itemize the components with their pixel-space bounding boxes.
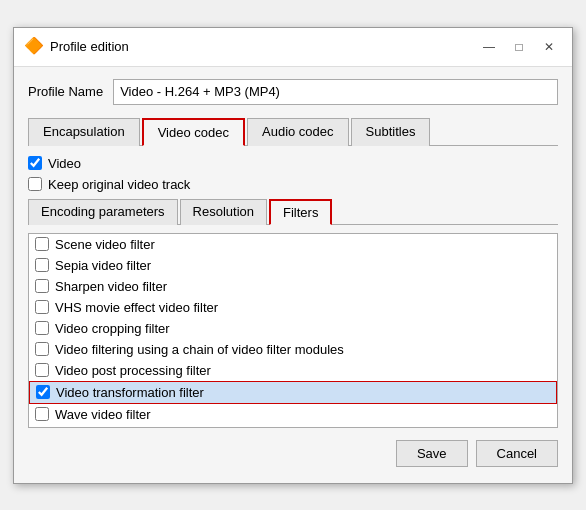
filter-post: Video post processing filter (29, 360, 557, 381)
keep-original-row: Keep original video track (28, 177, 558, 192)
filter-sepia-checkbox[interactable] (35, 258, 49, 272)
main-tabs: Encapsulation Video codec Audio codec Su… (28, 117, 558, 146)
filter-scene: Scene video filter (29, 234, 557, 255)
filter-cropping-checkbox[interactable] (35, 321, 49, 335)
save-button[interactable]: Save (396, 440, 468, 467)
filter-scene-label[interactable]: Scene video filter (55, 237, 155, 252)
bottom-buttons: Save Cancel (28, 440, 558, 471)
dialog-content: Profile Name Encapsulation Video codec A… (14, 67, 572, 483)
filters-list: Scene video filter Sepia video filter Sh… (28, 233, 558, 428)
filter-sharpen-checkbox[interactable] (35, 279, 49, 293)
keep-original-checkbox[interactable] (28, 177, 42, 191)
app-icon: 🔶 (24, 38, 42, 56)
filter-chain: Video filtering using a chain of video f… (29, 339, 557, 360)
filter-sharpen-label[interactable]: Sharpen video filter (55, 279, 167, 294)
tab-encapsulation[interactable]: Encapsulation (28, 118, 140, 146)
filter-chain-checkbox[interactable] (35, 342, 49, 356)
titlebar-controls: — □ ✕ (476, 36, 562, 58)
minimize-button[interactable]: — (476, 36, 502, 58)
filter-scene-checkbox[interactable] (35, 237, 49, 251)
filter-wave: Wave video filter (29, 404, 557, 425)
filter-sepia: Sepia video filter (29, 255, 557, 276)
titlebar-left: 🔶 Profile edition (24, 38, 129, 56)
maximize-button[interactable]: □ (506, 36, 532, 58)
dialog-window: 🔶 Profile edition — □ ✕ Profile Name Enc… (13, 27, 573, 484)
video-checkbox[interactable] (28, 156, 42, 170)
filter-post-checkbox[interactable] (35, 363, 49, 377)
filter-sharpen: Sharpen video filter (29, 276, 557, 297)
filter-post-label[interactable]: Video post processing filter (55, 363, 211, 378)
video-checkbox-row: Video (28, 156, 558, 171)
filter-transform-checkbox[interactable] (36, 385, 50, 399)
sub-tab-filters[interactable]: Filters (269, 199, 332, 225)
profile-name-label: Profile Name (28, 84, 103, 99)
filter-wave-checkbox[interactable] (35, 407, 49, 421)
window-title: Profile edition (50, 39, 129, 54)
sub-tabs: Encoding parameters Resolution Filters (28, 198, 558, 225)
filter-vhs-label[interactable]: VHS movie effect video filter (55, 300, 218, 315)
filter-chain-label[interactable]: Video filtering using a chain of video f… (55, 342, 344, 357)
sub-tab-encoding[interactable]: Encoding parameters (28, 199, 178, 225)
profile-name-row: Profile Name (28, 79, 558, 105)
video-label[interactable]: Video (48, 156, 81, 171)
filter-cropping-label[interactable]: Video cropping filter (55, 321, 170, 336)
filter-cropping: Video cropping filter (29, 318, 557, 339)
filter-vhs: VHS movie effect video filter (29, 297, 557, 318)
sub-tab-resolution[interactable]: Resolution (180, 199, 267, 225)
filter-transform-label[interactable]: Video transformation filter (56, 385, 204, 400)
cancel-button[interactable]: Cancel (476, 440, 558, 467)
keep-original-label[interactable]: Keep original video track (48, 177, 190, 192)
filter-vhs-checkbox[interactable] (35, 300, 49, 314)
profile-name-input[interactable] (113, 79, 558, 105)
filter-sepia-label[interactable]: Sepia video filter (55, 258, 151, 273)
filter-wave-label[interactable]: Wave video filter (55, 407, 151, 422)
filter-transform: Video transformation filter (29, 381, 557, 404)
titlebar: 🔶 Profile edition — □ ✕ (14, 28, 572, 67)
tab-audio-codec[interactable]: Audio codec (247, 118, 349, 146)
tab-subtitles[interactable]: Subtitles (351, 118, 431, 146)
tab-video-codec[interactable]: Video codec (142, 118, 245, 146)
close-button[interactable]: ✕ (536, 36, 562, 58)
